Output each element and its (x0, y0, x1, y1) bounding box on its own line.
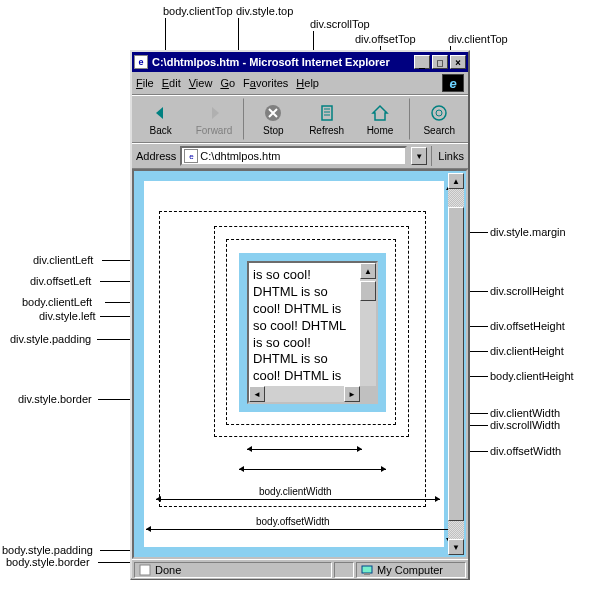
svg-rect-1 (322, 106, 332, 120)
scroll-up-icon[interactable]: ▲ (360, 263, 376, 279)
dim-div-offsetWidth (239, 469, 386, 470)
menu-edit[interactable]: Edit (162, 77, 181, 89)
label-body-style-border: body.style.border (6, 556, 90, 568)
address-field[interactable]: e C:\dhtmlpos.htm (180, 146, 407, 166)
dim-body-offsetWidth (146, 529, 458, 530)
home-label: Home (367, 125, 394, 136)
menu-file[interactable]: FFileile (136, 77, 154, 89)
ie-window: e C:\dhtmlpos.htm - Microsoft Internet E… (130, 50, 470, 580)
label-div-style-left: div.style.left (39, 310, 96, 322)
label-div-offsetLeft: div.offsetLeft (30, 275, 91, 287)
scroll-right-icon[interactable]: ► (344, 386, 360, 402)
window-title: C:\dhtmlpos.htm - Microsoft Internet Exp… (152, 56, 390, 68)
label-div-clientTop: div.clientTop (448, 33, 508, 45)
menu-go[interactable]: Go (220, 77, 235, 89)
label-div-scrollTop: div.scrollTop (310, 18, 370, 30)
done-icon (139, 564, 151, 576)
close-button[interactable]: × (450, 55, 466, 69)
stop-icon (263, 103, 283, 123)
stop-button[interactable]: Stop (247, 98, 300, 140)
label-div-clientHeight: div.clientHeight (490, 345, 564, 357)
refresh-icon (317, 103, 337, 123)
back-button[interactable]: Back (134, 98, 187, 140)
search-button[interactable]: Search (413, 98, 466, 140)
div-content-box: is so cool! DHTML is so cool! DHTML is s… (247, 261, 378, 404)
refresh-label: Refresh (309, 125, 344, 136)
inner-scrollbar-vertical[interactable]: ▲ ▼ (360, 263, 376, 402)
toolbar: Back Forward Stop Refresh Home Search (132, 95, 468, 143)
label-div-offsetHeight: div.offsetHeight (490, 320, 565, 332)
address-label: Address (136, 150, 176, 162)
home-button[interactable]: Home (353, 98, 406, 140)
label-body-clientTop: body.clientTop (163, 5, 233, 17)
menu-favorites[interactable]: Favorites (243, 77, 288, 89)
address-value: C:\dhtmlpos.htm (200, 150, 280, 162)
search-icon (429, 103, 449, 123)
separator (409, 98, 411, 140)
scroll-left-icon[interactable]: ◄ (249, 386, 265, 402)
ie-logo-icon: e (442, 74, 464, 92)
label-div-style-border: div.style.border (18, 393, 92, 405)
label-div-offsetWidth: div.offsetWidth (490, 445, 561, 457)
dim-label-body-clientWidth: body.clientWidth (259, 486, 332, 497)
home-icon (370, 103, 390, 123)
svg-point-3 (436, 110, 442, 116)
computer-icon (361, 564, 373, 576)
scroll-track[interactable] (448, 189, 464, 539)
address-dropdown[interactable]: ▼ (411, 147, 427, 165)
refresh-button[interactable]: Refresh (300, 98, 353, 140)
stop-label: Stop (263, 125, 284, 136)
label-div-style-padding: div.style.padding (10, 333, 91, 345)
svg-rect-4 (140, 565, 150, 575)
main-scrollbar-vertical[interactable]: ▲ ▼ (448, 173, 464, 555)
menu-help[interactable]: Help (296, 77, 319, 89)
address-bar: Address e C:\dhtmlpos.htm ▼ Links (132, 143, 468, 169)
svg-point-2 (432, 106, 446, 120)
svg-rect-5 (362, 566, 372, 573)
status-slot (334, 562, 354, 578)
dim-label-body-offsetWidth: body.offsetWidth (256, 516, 330, 527)
scroll-down-icon[interactable]: ▼ (448, 539, 464, 555)
status-zone: My Computer (356, 562, 466, 578)
arrow-right-icon (204, 103, 224, 123)
page-icon: e (134, 55, 148, 69)
label-div-scrollWidth: div.scrollWidth (490, 419, 560, 431)
inner-scrollbar-horizontal[interactable]: ◄ ► (249, 386, 360, 402)
arrow-left-icon (151, 103, 171, 123)
dim-div-clientWidth (247, 449, 362, 450)
menubar: FFileile Edit View Go Favorites Help e (132, 72, 468, 95)
svg-rect-6 (364, 573, 370, 575)
scroll-corner (360, 386, 376, 402)
label-body-clientLeft: body.clientLeft (22, 296, 92, 308)
text-content: is so cool! DHTML is so cool! DHTML is s… (249, 263, 360, 402)
forward-button[interactable]: Forward (187, 98, 240, 140)
status-main: Done (134, 562, 332, 578)
label-div-clientWidth: div.clientWidth (490, 407, 560, 419)
zone-text: My Computer (377, 564, 443, 576)
label-div-clientLeft: div.clientLeft (33, 254, 93, 266)
scroll-thumb[interactable] (360, 281, 376, 301)
menu-view[interactable]: View (189, 77, 213, 89)
statusbar: Done My Computer (132, 559, 468, 579)
scroll-track[interactable] (360, 279, 376, 386)
label-div-scrollHeight: div.scrollHeight (490, 285, 564, 297)
scroll-thumb[interactable] (448, 207, 464, 521)
page-body: is so cool! DHTML is so cool! DHTML is s… (144, 181, 444, 547)
minimize-button[interactable]: _ (414, 55, 430, 69)
file-icon: e (184, 149, 198, 163)
back-label: Back (150, 125, 172, 136)
separator (243, 98, 245, 140)
forward-label: Forward (196, 125, 233, 136)
label-div-style-top: div.style.top (236, 5, 293, 17)
links-toolbar[interactable]: Links (431, 146, 464, 166)
label-div-style-margin: div.style.margin (490, 226, 566, 238)
scroll-up-icon[interactable]: ▲ (448, 173, 464, 189)
maximize-button[interactable]: □ (432, 55, 448, 69)
titlebar: e C:\dhtmlpos.htm - Microsoft Internet E… (132, 52, 468, 72)
label-body-clientHeight: body.clientHeight (490, 370, 574, 382)
div-border: is so cool! DHTML is so cool! DHTML is s… (239, 253, 386, 412)
search-label: Search (423, 125, 455, 136)
dim-body-clientWidth (156, 499, 440, 500)
viewport: is so cool! DHTML is so cool! DHTML is s… (132, 169, 468, 559)
label-body-style-padding: body.style.padding (2, 544, 93, 556)
